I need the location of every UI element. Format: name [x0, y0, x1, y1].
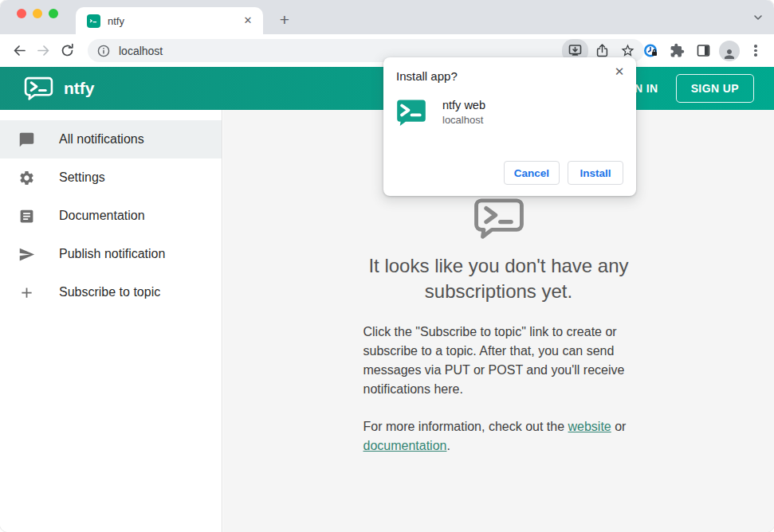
- brand-name: ntfy: [64, 79, 95, 98]
- empty-state-description: Click the "Subscribe to topic" link to c…: [363, 323, 635, 399]
- sidebar-item-label: Settings: [59, 170, 105, 185]
- sign-up-button[interactable]: SIGN UP: [676, 74, 754, 103]
- macos-zoom-button[interactable]: [49, 9, 58, 18]
- sidebar-item-label: Publish notification: [59, 247, 165, 261]
- forward-button[interactable]: [31, 39, 55, 63]
- more-info-mid: or: [611, 420, 627, 433]
- browser-window: ntfy ✕ + localhost: [0, 0, 774, 532]
- sidebar-item-settings[interactable]: Settings: [0, 158, 222, 197]
- empty-state-more-info: For more information, check out the webs…: [363, 417, 635, 456]
- documentation-link[interactable]: documentation: [363, 439, 447, 452]
- macos-close-button[interactable]: [17, 9, 26, 18]
- tab-strip: ntfy ✕ +: [0, 0, 774, 34]
- sidebar-item-label: Subscribe to topic: [59, 285, 160, 299]
- ntfy-terminal-icon: [473, 198, 525, 241]
- browser-tab-ntfy[interactable]: ntfy ✕: [76, 7, 263, 34]
- description-text: Click the "Subscribe to topic" link to c…: [363, 325, 625, 396]
- browser-menu-icon[interactable]: [744, 39, 768, 63]
- back-button[interactable]: [7, 39, 31, 63]
- send-icon: [18, 245, 35, 263]
- article-icon: [18, 207, 35, 225]
- sidebar-item-publish-notification[interactable]: Publish notification: [0, 235, 222, 273]
- side-panel-icon[interactable]: [691, 39, 715, 63]
- empty-state-heading: It looks like you don't have any subscri…: [340, 253, 658, 304]
- plus-icon: [18, 284, 35, 301]
- sidebar-navigation: All notifications Settings Documentation…: [0, 110, 222, 532]
- privacy-extension-icon[interactable]: [638, 39, 662, 63]
- sidebar-item-subscribe-to-topic[interactable]: Subscribe to topic: [0, 273, 222, 311]
- dialog-app-origin: localhost: [442, 114, 485, 126]
- sidebar-item-all-notifications[interactable]: All notifications: [0, 120, 222, 158]
- ntfy-logo-icon: [24, 76, 53, 101]
- sidebar-item-documentation[interactable]: Documentation: [0, 197, 222, 235]
- install-button[interactable]: Install: [568, 161, 623, 185]
- more-info-suffix: .: [446, 439, 450, 452]
- dialog-app-name: ntfy web: [442, 99, 485, 111]
- chat-bubble-icon: [18, 131, 35, 148]
- macos-minimize-button[interactable]: [33, 9, 42, 18]
- tab-close-icon[interactable]: ✕: [241, 14, 255, 28]
- ntfy-app-icon: [396, 98, 426, 128]
- more-info-prefix: For more information, check out the: [363, 420, 568, 433]
- ntfy-favicon-icon: [87, 14, 100, 28]
- extensions-puzzle-icon[interactable]: [665, 39, 689, 63]
- tab-search-chevron-icon[interactable]: [752, 12, 764, 23]
- dialog-title: Install app?: [396, 69, 623, 83]
- profile-avatar[interactable]: [717, 39, 741, 63]
- site-info-icon[interactable]: [97, 45, 110, 57]
- new-tab-button[interactable]: +: [275, 11, 294, 30]
- extensions-area: [636, 34, 774, 67]
- gear-icon: [18, 169, 35, 186]
- install-app-dialog: Install app? ✕ ntfy web localhost Cancel…: [383, 57, 636, 196]
- tab-title: ntfy: [108, 15, 241, 27]
- website-link[interactable]: website: [568, 420, 611, 433]
- sidebar-item-label: Documentation: [59, 209, 145, 223]
- url-text[interactable]: localhost: [119, 45, 560, 57]
- cancel-button[interactable]: Cancel: [504, 161, 560, 185]
- sidebar-item-label: All notifications: [59, 132, 144, 147]
- reload-button[interactable]: [55, 39, 79, 63]
- dialog-close-icon[interactable]: ✕: [610, 62, 629, 81]
